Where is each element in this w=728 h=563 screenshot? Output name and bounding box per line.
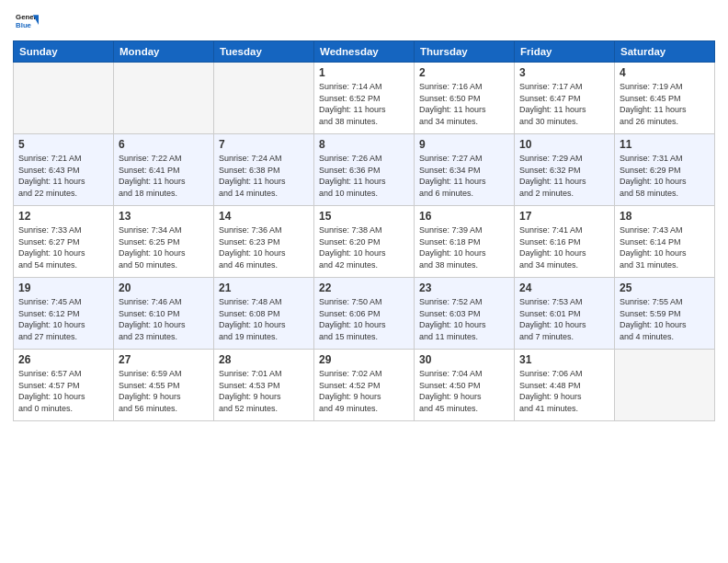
calendar-cell (14, 63, 114, 134)
calendar-cell (114, 63, 214, 134)
calendar-cell: 7Sunrise: 7:24 AM Sunset: 6:38 PM Daylig… (214, 134, 314, 206)
day-number: 6 (119, 138, 209, 151)
day-info: Sunrise: 7:17 AM Sunset: 6:47 PM Dayligh… (519, 81, 609, 127)
day-number: 14 (219, 210, 309, 223)
calendar-cell: 12Sunrise: 7:33 AM Sunset: 6:27 PM Dayli… (14, 206, 114, 278)
week-row-2: 12Sunrise: 7:33 AM Sunset: 6:27 PM Dayli… (14, 206, 715, 278)
day-info: Sunrise: 7:29 AM Sunset: 6:32 PM Dayligh… (519, 153, 609, 199)
day-info: Sunrise: 7:46 AM Sunset: 6:10 PM Dayligh… (119, 296, 209, 342)
calendar-cell: 25Sunrise: 7:55 AM Sunset: 5:59 PM Dayli… (615, 278, 715, 350)
day-info: Sunrise: 7:55 AM Sunset: 5:59 PM Dayligh… (620, 296, 710, 342)
day-info: Sunrise: 7:19 AM Sunset: 6:45 PM Dayligh… (620, 81, 710, 127)
calendar-cell: 22Sunrise: 7:50 AM Sunset: 6:06 PM Dayli… (314, 278, 415, 350)
day-number: 30 (419, 353, 509, 366)
calendar-cell: 28Sunrise: 7:01 AM Sunset: 4:53 PM Dayli… (214, 350, 314, 421)
calendar-cell: 29Sunrise: 7:02 AM Sunset: 4:52 PM Dayli… (314, 350, 415, 421)
calendar-cell: 20Sunrise: 7:46 AM Sunset: 6:10 PM Dayli… (114, 278, 214, 350)
day-number: 4 (620, 66, 710, 79)
day-number: 26 (18, 353, 108, 366)
calendar-cell: 27Sunrise: 6:59 AM Sunset: 4:55 PM Dayli… (114, 350, 214, 421)
day-number: 20 (119, 282, 209, 294)
calendar-cell: 26Sunrise: 6:57 AM Sunset: 4:57 PM Dayli… (14, 350, 114, 421)
calendar-cell: 19Sunrise: 7:45 AM Sunset: 6:12 PM Dayli… (14, 278, 114, 350)
day-info: Sunrise: 7:22 AM Sunset: 6:41 PM Dayligh… (119, 153, 209, 199)
weekday-wednesday: Wednesday (314, 41, 415, 63)
day-number: 22 (319, 282, 409, 294)
weekday-tuesday: Tuesday (214, 41, 314, 63)
day-number: 18 (620, 210, 710, 223)
day-info: Sunrise: 7:21 AM Sunset: 6:43 PM Dayligh… (18, 153, 108, 199)
day-info: Sunrise: 7:34 AM Sunset: 6:25 PM Dayligh… (119, 224, 209, 270)
calendar-cell: 5Sunrise: 7:21 AM Sunset: 6:43 PM Daylig… (14, 134, 114, 206)
day-number: 25 (620, 282, 710, 294)
day-number: 23 (419, 282, 509, 294)
day-number: 29 (319, 353, 409, 366)
day-number: 28 (219, 353, 309, 366)
day-info: Sunrise: 7:27 AM Sunset: 6:34 PM Dayligh… (419, 153, 509, 199)
calendar-cell: 23Sunrise: 7:52 AM Sunset: 6:03 PM Dayli… (415, 278, 515, 350)
day-info: Sunrise: 7:36 AM Sunset: 6:23 PM Dayligh… (219, 224, 309, 270)
calendar-cell: 13Sunrise: 7:34 AM Sunset: 6:25 PM Dayli… (114, 206, 214, 278)
day-info: Sunrise: 7:31 AM Sunset: 6:29 PM Dayligh… (620, 153, 710, 199)
day-number: 11 (620, 138, 710, 151)
day-info: Sunrise: 7:14 AM Sunset: 6:52 PM Dayligh… (319, 81, 409, 127)
calendar-cell: 15Sunrise: 7:38 AM Sunset: 6:20 PM Dayli… (314, 206, 415, 278)
calendar-cell: 3Sunrise: 7:17 AM Sunset: 6:47 PM Daylig… (515, 63, 615, 134)
day-number: 15 (319, 210, 409, 223)
day-number: 7 (219, 138, 309, 151)
day-info: Sunrise: 7:02 AM Sunset: 4:52 PM Dayligh… (319, 368, 409, 414)
day-number: 13 (119, 210, 209, 223)
day-number: 16 (419, 210, 509, 223)
weekday-saturday: Saturday (615, 41, 715, 63)
day-number: 5 (18, 138, 108, 151)
page-container: General Blue SundayMondayTuesdayWednesda… (0, 0, 728, 563)
day-number: 12 (18, 210, 108, 223)
day-number: 27 (119, 353, 209, 366)
calendar-cell: 4Sunrise: 7:19 AM Sunset: 6:45 PM Daylig… (615, 63, 715, 134)
weekday-thursday: Thursday (415, 41, 515, 63)
week-row-0: 1Sunrise: 7:14 AM Sunset: 6:52 PM Daylig… (14, 63, 715, 134)
calendar-cell: 9Sunrise: 7:27 AM Sunset: 6:34 PM Daylig… (415, 134, 515, 206)
calendar-cell: 2Sunrise: 7:16 AM Sunset: 6:50 PM Daylig… (415, 63, 515, 134)
day-info: Sunrise: 7:38 AM Sunset: 6:20 PM Dayligh… (319, 224, 409, 270)
day-number: 3 (519, 66, 609, 79)
day-info: Sunrise: 7:45 AM Sunset: 6:12 PM Dayligh… (18, 296, 108, 342)
day-info: Sunrise: 7:16 AM Sunset: 6:50 PM Dayligh… (419, 81, 509, 127)
day-info: Sunrise: 7:04 AM Sunset: 4:50 PM Dayligh… (419, 368, 509, 414)
day-info: Sunrise: 7:52 AM Sunset: 6:03 PM Dayligh… (419, 296, 509, 342)
day-number: 1 (319, 66, 409, 79)
day-number: 8 (319, 138, 409, 151)
day-info: Sunrise: 7:24 AM Sunset: 6:38 PM Dayligh… (219, 153, 309, 199)
day-number: 21 (219, 282, 309, 294)
calendar-cell: 10Sunrise: 7:29 AM Sunset: 6:32 PM Dayli… (515, 134, 615, 206)
calendar-cell: 6Sunrise: 7:22 AM Sunset: 6:41 PM Daylig… (114, 134, 214, 206)
header: General Blue (13, 9, 715, 35)
week-row-3: 19Sunrise: 7:45 AM Sunset: 6:12 PM Dayli… (14, 278, 715, 350)
week-row-4: 26Sunrise: 6:57 AM Sunset: 4:57 PM Dayli… (14, 350, 715, 421)
day-info: Sunrise: 6:59 AM Sunset: 4:55 PM Dayligh… (119, 368, 209, 414)
day-info: Sunrise: 7:43 AM Sunset: 6:14 PM Dayligh… (620, 224, 710, 270)
calendar-cell: 11Sunrise: 7:31 AM Sunset: 6:29 PM Dayli… (615, 134, 715, 206)
calendar-cell (615, 350, 715, 421)
day-info: Sunrise: 7:39 AM Sunset: 6:18 PM Dayligh… (419, 224, 509, 270)
calendar-cell: 24Sunrise: 7:53 AM Sunset: 6:01 PM Dayli… (515, 278, 615, 350)
calendar-cell (214, 63, 314, 134)
day-info: Sunrise: 7:26 AM Sunset: 6:36 PM Dayligh… (319, 153, 409, 199)
day-info: Sunrise: 7:06 AM Sunset: 4:48 PM Dayligh… (519, 368, 609, 414)
calendar-cell: 1Sunrise: 7:14 AM Sunset: 6:52 PM Daylig… (314, 63, 415, 134)
calendar-cell: 18Sunrise: 7:43 AM Sunset: 6:14 PM Dayli… (615, 206, 715, 278)
weekday-sunday: Sunday (14, 41, 114, 63)
calendar-cell: 31Sunrise: 7:06 AM Sunset: 4:48 PM Dayli… (515, 350, 615, 421)
day-info: Sunrise: 7:01 AM Sunset: 4:53 PM Dayligh… (219, 368, 309, 414)
logo-icon: General Blue (13, 9, 39, 35)
day-number: 19 (18, 282, 108, 294)
calendar-cell: 30Sunrise: 7:04 AM Sunset: 4:50 PM Dayli… (415, 350, 515, 421)
day-info: Sunrise: 7:41 AM Sunset: 6:16 PM Dayligh… (519, 224, 609, 270)
weekday-friday: Friday (515, 41, 615, 63)
day-info: Sunrise: 7:53 AM Sunset: 6:01 PM Dayligh… (519, 296, 609, 342)
day-info: Sunrise: 6:57 AM Sunset: 4:57 PM Dayligh… (18, 368, 108, 414)
calendar-cell: 8Sunrise: 7:26 AM Sunset: 6:36 PM Daylig… (314, 134, 415, 206)
day-number: 9 (419, 138, 509, 151)
calendar-table: SundayMondayTuesdayWednesdayThursdayFrid… (13, 40, 715, 421)
calendar-cell: 14Sunrise: 7:36 AM Sunset: 6:23 PM Dayli… (214, 206, 314, 278)
